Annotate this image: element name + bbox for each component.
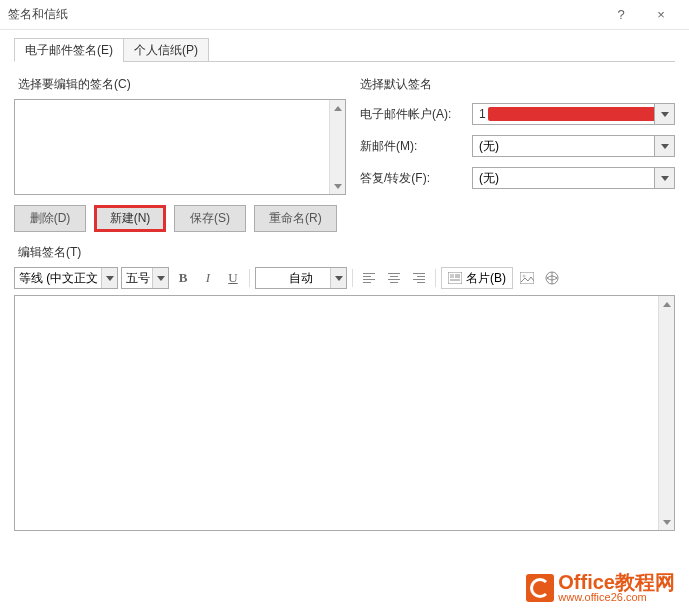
chevron-down-icon[interactable] bbox=[152, 268, 168, 288]
help-button[interactable]: ? bbox=[601, 0, 641, 30]
scroll-down-icon[interactable] bbox=[330, 178, 345, 194]
scroll-down-icon[interactable] bbox=[659, 514, 674, 530]
window-title: 签名和信纸 bbox=[8, 6, 601, 23]
new-message-select[interactable]: (无) bbox=[472, 135, 675, 157]
signature-editor[interactable] bbox=[14, 295, 675, 531]
email-account-select[interactable]: 1 bbox=[472, 103, 675, 125]
underline-button[interactable]: U bbox=[222, 267, 244, 289]
svg-marker-17 bbox=[663, 520, 671, 525]
separator bbox=[352, 269, 353, 287]
svg-marker-0 bbox=[334, 106, 342, 111]
align-center-button[interactable] bbox=[383, 267, 405, 289]
font-size-combo[interactable]: 五号 bbox=[121, 267, 169, 289]
select-signature-group: 选择要编辑的签名(C) 删除(D) 新建(N) 保存(S) 重命名(R) bbox=[14, 76, 346, 232]
separator bbox=[435, 269, 436, 287]
separator bbox=[249, 269, 250, 287]
svg-marker-3 bbox=[661, 144, 669, 149]
watermark-logo-icon bbox=[526, 574, 554, 602]
new-button[interactable]: 新建(N) bbox=[94, 205, 166, 232]
svg-point-14 bbox=[523, 275, 526, 278]
edit-signature-group: 编辑签名(T) 等线 (中文正文 五号 B I U 自动 bbox=[14, 244, 675, 531]
close-button[interactable]: × bbox=[641, 0, 681, 30]
tab-personal-stationery[interactable]: 个人信纸(P) bbox=[123, 38, 209, 62]
scroll-up-icon[interactable] bbox=[330, 100, 345, 116]
title-bar: 签名和信纸 ? × bbox=[0, 0, 689, 30]
chevron-down-icon[interactable] bbox=[330, 268, 346, 288]
watermark-url: www.office26.com bbox=[558, 592, 675, 603]
reply-forward-select[interactable]: (无) bbox=[472, 167, 675, 189]
new-message-label: 新邮件(M): bbox=[360, 138, 466, 155]
svg-marker-4 bbox=[661, 176, 669, 181]
chevron-down-icon[interactable] bbox=[654, 136, 674, 156]
email-account-label: 电子邮件帐户(A): bbox=[360, 106, 466, 123]
delete-button[interactable]: 删除(D) bbox=[14, 205, 86, 232]
align-left-button[interactable] bbox=[358, 267, 380, 289]
tab-strip: 电子邮件签名(E) 个人信纸(P) bbox=[14, 38, 675, 62]
listbox-scrollbar[interactable] bbox=[329, 100, 345, 194]
svg-marker-16 bbox=[663, 302, 671, 307]
tab-email-signature[interactable]: 电子邮件签名(E) bbox=[14, 38, 124, 62]
business-card-button[interactable]: 名片(B) bbox=[441, 267, 513, 289]
signature-listbox[interactable] bbox=[14, 99, 346, 195]
editor-toolbar: 等线 (中文正文 五号 B I U 自动 名片(B) bbox=[14, 267, 675, 289]
select-signature-legend: 选择要编辑的签名(C) bbox=[14, 77, 135, 91]
svg-marker-1 bbox=[334, 184, 342, 189]
watermark-text: Office教程网 bbox=[558, 572, 675, 592]
scroll-up-icon[interactable] bbox=[659, 296, 674, 312]
italic-button[interactable]: I bbox=[197, 267, 219, 289]
rename-button[interactable]: 重命名(R) bbox=[254, 205, 337, 232]
default-signature-legend: 选择默认签名 bbox=[360, 76, 675, 93]
svg-marker-6 bbox=[157, 276, 165, 281]
svg-marker-7 bbox=[335, 276, 343, 281]
picture-icon bbox=[520, 272, 534, 284]
svg-rect-9 bbox=[450, 274, 454, 278]
redacted-account bbox=[488, 107, 668, 121]
edit-signature-legend: 编辑签名(T) bbox=[14, 245, 85, 259]
svg-marker-2 bbox=[661, 112, 669, 117]
bold-button[interactable]: B bbox=[172, 267, 194, 289]
editor-scrollbar[interactable] bbox=[658, 296, 674, 530]
save-button[interactable]: 保存(S) bbox=[174, 205, 246, 232]
watermark: Office教程网 www.office26.com bbox=[526, 572, 675, 603]
link-icon bbox=[545, 271, 559, 285]
chevron-down-icon[interactable] bbox=[654, 168, 674, 188]
font-family-combo[interactable]: 等线 (中文正文 bbox=[14, 267, 118, 289]
insert-picture-button[interactable] bbox=[516, 267, 538, 289]
chevron-down-icon[interactable] bbox=[101, 268, 117, 288]
chevron-down-icon[interactable] bbox=[654, 104, 674, 124]
align-right-button[interactable] bbox=[408, 267, 430, 289]
svg-marker-5 bbox=[106, 276, 114, 281]
reply-forward-label: 答复/转发(F): bbox=[360, 170, 466, 187]
insert-hyperlink-button[interactable] bbox=[541, 267, 563, 289]
card-icon bbox=[448, 272, 462, 284]
font-color-combo[interactable]: 自动 bbox=[255, 267, 347, 289]
